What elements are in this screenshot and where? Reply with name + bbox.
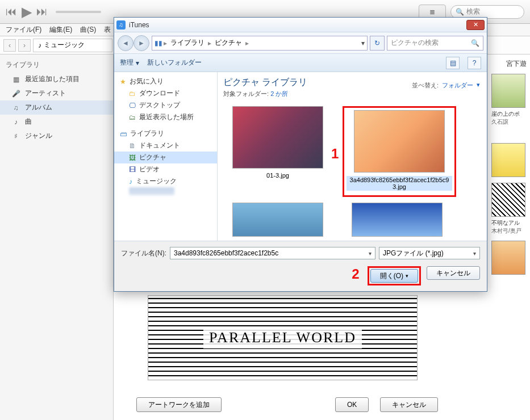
file-thumb-selected[interactable]: 3a4d893fc8265ebbf3f2acec1f2b5c93.jpg [343,106,456,197]
tree-item-music[interactable]: ♪ ミュージック [114,175,217,187]
add-artwork-button[interactable]: アートワークを追加 [136,397,222,412]
open-button-label: 開く(O) [380,271,403,281]
sidebar-item-artist[interactable]: 🎤 アーティスト [0,86,113,100]
location-subtitle: 対象フォルダー: 2 か所 [223,90,481,98]
library-selector[interactable]: ♪ ミュージック [33,39,112,52]
prev-track-button[interactable]: ⏮ [6,5,17,18]
location-sub-label: 対象フォルダー: [223,90,269,97]
tree-item-pictures[interactable]: 🖼 ピクチャ [114,152,217,163]
video-icon: 🎞 [129,166,136,174]
tree-label: ドキュメント [139,141,180,150]
location-sub-link[interactable]: 2 か所 [270,90,288,97]
chevron-right-icon: ▸ [245,39,249,47]
mic-icon: 🎤 [11,90,20,98]
sidebar-item-album[interactable]: ♫ アルバム [0,100,113,115]
library-icon: 🗃 [120,130,127,138]
chevron-down-icon: ▾ [477,81,480,90]
thumbnail-image [232,203,323,237]
tree-favorites[interactable]: ★ お気に入り [114,75,217,87]
file-name: 3a4d893fc8265ebbf3f2acec1f2b5c93.jpg [347,176,452,191]
menu-view[interactable]: 表 [102,24,113,36]
chevron-right-icon: ▸ [164,39,167,47]
music-icon: ♪ [38,41,41,49]
album-card[interactable]: 不明なアル 木村弓/奥戸 [491,183,525,235]
thumbnail-image [354,110,445,173]
search-placeholder: ピクチャの検索 [391,38,439,48]
help-button[interactable]: ? [468,57,481,69]
annotation-1: 1 [331,146,339,162]
genre-icon: ♯ [11,132,20,140]
album-card[interactable] [491,241,525,275]
album-artist: 木村弓/奥戸 [491,227,525,235]
star-icon: ★ [120,78,126,86]
tree-item-documents[interactable]: 🗎 ドキュメント [114,140,217,152]
search-icon: 🔍 [456,8,464,16]
file-thumb[interactable]: 01-3.jpg [223,106,332,197]
nav-back-button[interactable]: ◄ [118,35,133,51]
breadcrumb-segment[interactable]: ピクチャ [212,38,244,48]
filetype-value: JPGファイル (*.jpg) [383,249,444,258]
filename-input[interactable]: 3a4d893fc8265ebbf3f2acec1f2b5c ▾ [170,247,375,259]
sidebar-item-songs[interactable]: ♪ 曲 [0,115,113,129]
volume-slider[interactable] [56,11,101,13]
music-icon: ♪ [129,178,132,186]
file-thumb[interactable] [343,203,452,237]
album-card[interactable]: 崖の上のポ 久石譲 [491,74,525,126]
sort-control[interactable]: 並べ替え: フォルダー ▾ [412,81,480,90]
album-thumbnail [491,143,525,177]
chevron-down-icon[interactable]: ▾ [361,39,365,47]
play-button[interactable]: ▶ [22,4,32,20]
dialog-search-input[interactable]: ピクチャの検索 🔍 [387,36,483,51]
dialog-tree: ★ お気に入り 🗀 ダウンロード 🖵 デスクトップ 🗂 最近表示した場所 [114,72,218,241]
search-input[interactable]: 🔍 検索 [450,5,524,19]
tree-libraries[interactable]: 🗃 ライブラリ [114,128,217,140]
file-thumb[interactable] [223,203,332,237]
tree-item-recent[interactable]: 🗂 最近表示した場所 [114,111,217,123]
sidebar-item-genre[interactable]: ♯ ジャンル [0,129,113,143]
menu-song[interactable]: 曲(S) [78,24,98,36]
close-button[interactable]: ✕ [466,20,485,30]
dialog-title: iTunes [129,21,466,29]
organize-label: 整理 [120,58,133,68]
chevron-down-icon[interactable]: ▾ [473,250,476,257]
dialog-cancel-button[interactable]: キャンセル [427,266,480,280]
filename-label: ファイル名(N): [121,249,166,258]
filetype-select[interactable]: JPGファイル (*.jpg) ▾ [379,247,480,259]
menu-edit[interactable]: 編集(E) [47,24,74,36]
sidebar-item-label: ジャンル [25,131,52,141]
open-button[interactable]: 開く(O) ▾ [370,269,418,283]
breadcrumb-segment[interactable]: ライブラリ [168,38,207,48]
next-track-button[interactable]: ⏭ [36,5,48,18]
tree-item-videos[interactable]: 🎞 ビデオ [114,163,217,175]
chevron-right-icon: ▸ [208,39,211,47]
itunes-app-icon: ♫ [116,20,126,30]
tree-label: ビデオ [139,165,160,174]
recent-icon: 🗂 [129,114,136,121]
sort-value[interactable]: フォルダー [442,81,473,90]
refresh-button[interactable]: ↻ [370,36,385,51]
view-mode-button[interactable]: ▤ [446,57,460,69]
tree-item-blurred [129,187,174,195]
album-thumbnail [491,241,525,275]
sidebar-item-recent[interactable]: ▦ 最近追加した項目 [0,72,113,86]
chevron-down-icon[interactable]: ▾ [369,250,372,257]
album-card[interactable] [491,143,525,177]
breadcrumb[interactable]: ▮▮ ▸ ライブラリ ▸ ピクチャ ▸ ▾ [152,36,368,51]
library-icon: ▮▮ [155,39,162,47]
organize-menu[interactable]: 整理 ▾ [120,58,139,68]
nav-forward-button[interactable]: ► [133,35,149,51]
nav-back[interactable]: ‹ [3,39,16,52]
nav-forward[interactable]: › [18,39,31,52]
tree-item-desktop[interactable]: 🖵 デスクトップ [114,99,217,111]
desktop-icon: 🖵 [129,102,136,110]
new-folder-button[interactable]: 新しいフォルダー [147,58,202,68]
filename-value: 3a4d893fc8265ebbf3f2acec1f2b5c [174,249,278,257]
file-name: 01-3.jpg [266,172,289,179]
split-arrow-icon[interactable]: ▾ [406,273,408,279]
document-icon: 🗎 [129,142,136,150]
annotation-highlight: 開く(O) ▾ [368,266,421,285]
ok-button[interactable]: OK [335,397,369,412]
tree-item-downloads[interactable]: 🗀 ダウンロード [114,87,217,99]
cancel-button[interactable]: キャンセル [380,397,438,412]
menu-file[interactable]: ファイル(F) [3,24,44,36]
